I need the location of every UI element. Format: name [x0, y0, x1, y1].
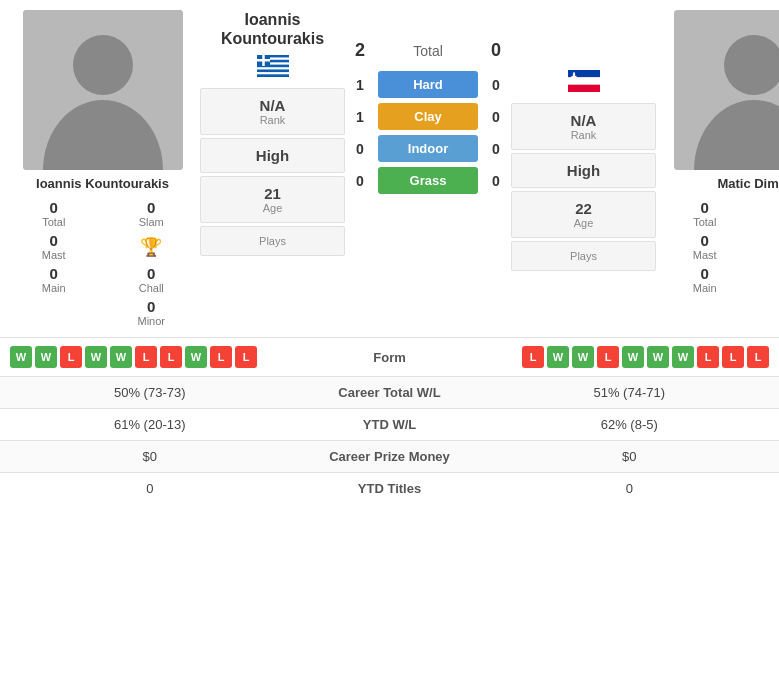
stats-right-value: 0: [490, 481, 770, 496]
clay-court-btn[interactable]: Clay: [378, 103, 478, 130]
player2-silhouette: [674, 10, 780, 170]
stats-rows-container: 50% (73-73)Career Total W/L51% (74-71)61…: [0, 376, 779, 504]
slovenia-flag-svg: [568, 70, 600, 92]
player1-total: 0 Total: [10, 199, 98, 228]
player2-rank-box: N/A Rank: [511, 103, 656, 150]
indoor-court-btn[interactable]: Indoor: [378, 135, 478, 162]
player1-silhouette: [23, 10, 183, 170]
form-badge-p2: L: [747, 346, 769, 368]
svg-rect-15: [262, 55, 265, 66]
svg-point-1: [73, 35, 133, 95]
trophy-icon-left: 🏆: [140, 236, 162, 258]
hard-court-btn[interactable]: Hard: [378, 71, 478, 98]
stats-center-label: YTD Titles: [290, 481, 490, 496]
stats-left-value: 61% (20-13): [10, 417, 290, 432]
form-left: WWLWWLLWLL: [10, 346, 325, 368]
form-badge-p1: W: [85, 346, 107, 368]
form-badge-p1: W: [110, 346, 132, 368]
stats-left-value: 50% (73-73): [10, 385, 290, 400]
right-stats-column: N/A Rank High 22 Age Plays: [511, 10, 656, 327]
stats-right-value: $0: [490, 449, 770, 464]
main-container: Ioannis Kountourakis 0 Total 0 Slam 0 Ma…: [0, 0, 779, 504]
player1-age-box: 21 Age: [200, 176, 345, 223]
player2-card: Matic Dimic 0 Total 0 Slam 0 Mast 🏆 0 Ma…: [661, 10, 779, 327]
middle-column: Ioannis Kountourakis: [200, 10, 345, 327]
player1-flag: [257, 55, 289, 81]
player1-avatar: [23, 10, 183, 170]
hard-row: 1 Hard 0: [350, 71, 506, 98]
form-badge-p2: W: [622, 346, 644, 368]
svg-point-21: [575, 74, 577, 76]
form-badge-p1: W: [35, 346, 57, 368]
grass-row: 0 Grass 0: [350, 167, 506, 194]
player1-name: Ioannis Kountourakis: [36, 176, 169, 191]
svg-point-20: [571, 74, 573, 76]
indoor-row: 0 Indoor 0: [350, 135, 506, 162]
stats-right-value: 62% (8-5): [490, 417, 770, 432]
greece-flag-svg: [257, 55, 289, 77]
stats-center-label: Career Prize Money: [290, 449, 490, 464]
stats-center-label: Career Total W/L: [290, 385, 490, 400]
player2-slam: 0 Slam: [759, 199, 780, 228]
player2-total: 0 Total: [661, 199, 749, 228]
total-row: 2 Total 0: [350, 40, 506, 61]
stats-left-value: 0: [10, 481, 290, 496]
stats-row: 0YTD Titles0: [0, 472, 779, 504]
player1-card: Ioannis Kountourakis 0 Total 0 Slam 0 Ma…: [10, 10, 195, 327]
stats-right-value: 51% (74-71): [490, 385, 770, 400]
form-badge-p1: W: [10, 346, 32, 368]
form-badge-p1: L: [135, 346, 157, 368]
player1-name-top: Ioannis Kountourakis: [200, 10, 345, 48]
form-badge-p2: W: [672, 346, 694, 368]
player2-chall: 0 Chall: [759, 265, 780, 294]
player2-age-box: 22 Age: [511, 191, 656, 238]
player1-stats: 0 Total 0 Slam 0 Mast 🏆 0 Main 0: [10, 199, 195, 327]
player2-plays-box: Plays: [511, 241, 656, 271]
player2-name: Matic Dimic: [717, 176, 779, 191]
form-label: Form: [330, 350, 450, 365]
stats-row: $0Career Prize Money$0: [0, 440, 779, 472]
form-badge-p2: L: [522, 346, 544, 368]
svg-rect-12: [257, 75, 289, 77]
stats-row: 50% (73-73)Career Total W/L51% (74-71): [0, 376, 779, 408]
stats-center-label: YTD W/L: [290, 417, 490, 432]
form-badge-p2: W: [572, 346, 594, 368]
player1-minor: 0 Minor: [108, 298, 196, 327]
svg-rect-11: [257, 72, 289, 74]
player1-mast: 0 Mast: [10, 232, 98, 261]
stats-left-value: $0: [10, 449, 290, 464]
svg-rect-10: [257, 70, 289, 72]
form-badge-p1: L: [235, 346, 257, 368]
player1-rank-box: N/A Rank: [200, 88, 345, 135]
center-column: 2 Total 0 1 Hard 0 1 Clay 0 0 Indoor 0 0: [350, 10, 506, 327]
grass-court-btn[interactable]: Grass: [378, 167, 478, 194]
player2-minor: 0 Minor: [759, 298, 780, 327]
player1-main: 0 Main: [10, 265, 98, 294]
form-badge-p2: L: [597, 346, 619, 368]
clay-row: 1 Clay 0: [350, 103, 506, 130]
stats-row: 61% (20-13)YTD W/L62% (8-5): [0, 408, 779, 440]
svg-rect-9: [257, 68, 289, 70]
svg-rect-18: [568, 85, 600, 92]
player2-main: 0 Main: [661, 265, 749, 294]
player1-plays-box: Plays: [200, 226, 345, 256]
player2-high-box: High: [511, 153, 656, 188]
form-badge-p2: L: [697, 346, 719, 368]
player2-flag: [568, 70, 600, 96]
player2-stats: 0 Total 0 Slam 0 Mast 🏆 0 Main 0: [661, 199, 779, 327]
form-badge-p2: W: [547, 346, 569, 368]
form-badge-p2: L: [722, 346, 744, 368]
player1-chall: 0 Chall: [108, 265, 196, 294]
form-section: WWLWWLLWLL Form LWWLWWWLLL: [0, 337, 779, 376]
form-badge-p1: W: [185, 346, 207, 368]
player1-high-box: High: [200, 138, 345, 173]
form-badge-p1: L: [60, 346, 82, 368]
player1-slam: 0 Slam: [108, 199, 196, 228]
player2-mast: 0 Mast: [661, 232, 749, 261]
form-badge-p1: L: [210, 346, 232, 368]
form-right: LWWLWWWLLL: [455, 346, 770, 368]
form-badge-p1: L: [160, 346, 182, 368]
player2-avatar: [674, 10, 780, 170]
form-badge-p2: W: [647, 346, 669, 368]
top-section: Ioannis Kountourakis 0 Total 0 Slam 0 Ma…: [0, 0, 779, 337]
